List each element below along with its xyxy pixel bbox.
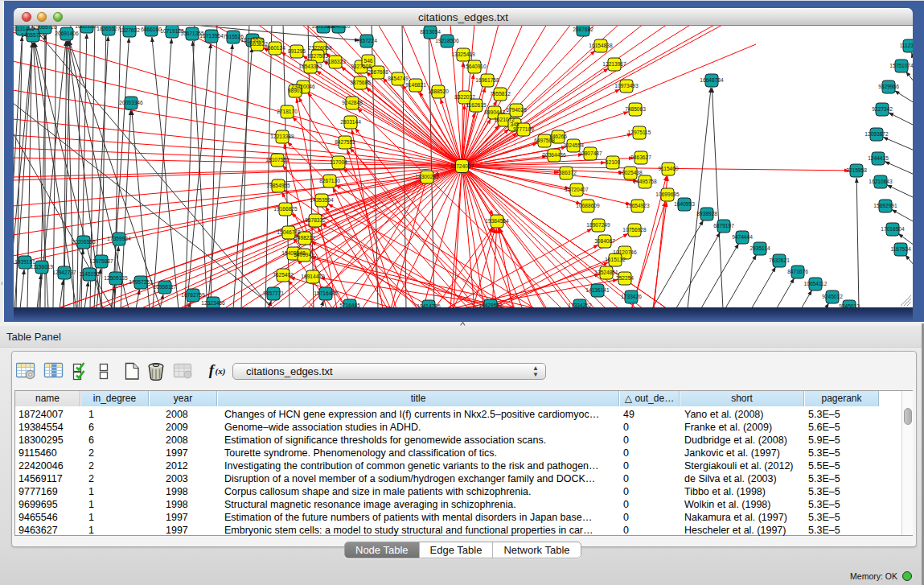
svg-text:(x): (x) <box>216 366 226 377</box>
